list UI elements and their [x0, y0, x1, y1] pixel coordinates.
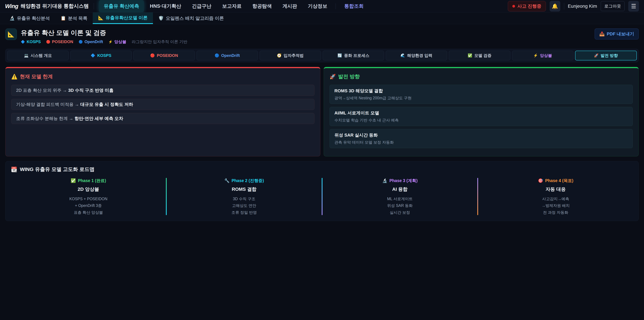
laptop-icon: 💻: [24, 53, 28, 58]
bell-icon: 🔔: [552, 3, 558, 9]
phase-detail: →방제자원 배치: [478, 202, 633, 209]
wing-logo-icon: Wing: [5, 3, 18, 10]
section-tab-label: POSEIDON: [157, 53, 178, 58]
blue-circle-icon: 🔵: [215, 53, 219, 58]
menu-item-board[interactable]: 게시판: [278, 0, 302, 12]
future-item-title: ROMS 3D 해양모델 결합: [334, 88, 628, 94]
microscope-icon: 🔬: [10, 16, 15, 21]
phase-label-row: 🔬 Phase 3 (계획): [382, 178, 418, 183]
nav-right-divider: [564, 3, 564, 10]
shield-icon: 🛡️: [158, 16, 164, 21]
blue-circle-icon: 🔵: [79, 40, 83, 44]
nav-divider: [94, 3, 94, 10]
pdf-export-button[interactable]: 📥 PDF 내보내기: [595, 29, 639, 40]
triangle-ruler-icon: 📐: [8, 31, 14, 38]
red-circle-icon: 🔴: [46, 40, 50, 44]
phase-detail: KOSPS + POSEIDON: [11, 195, 166, 202]
current-limitations-panel: ⚠️ 현재 모델 한계 2D 표층 확산 모의 위주 → 3D 수직 구조 반영…: [5, 67, 320, 156]
future-item-desc: 관측 유막 데이터 모델 보정 자동화: [334, 140, 628, 145]
phase-label: Phase 1 (완료): [78, 178, 106, 183]
phase-label: Phase 2 (진행중): [232, 178, 264, 183]
section-tab-future-direction[interactable]: 🚀 발전 방향: [575, 51, 637, 60]
phase-name: 2D 앙상블: [11, 186, 166, 192]
target-icon: 🎯: [538, 178, 543, 183]
badge-ensemble: ⚡ 앙상블: [108, 39, 126, 45]
menu-item-oil-spill-prediction[interactable]: 유출유 확산예측: [99, 0, 144, 12]
section-tab-weathering-process[interactable]: 🔄 풍화 프로세스: [323, 51, 384, 60]
tab-label: 유출유확산모델 이론: [106, 15, 148, 21]
menu-item-hns-dispersion[interactable]: HNS·대기확산: [145, 0, 186, 12]
tab-label: 분석 목록: [68, 15, 88, 21]
calendar-icon: 📆: [11, 166, 17, 172]
logout-button[interactable]: 로그아웃: [601, 1, 624, 11]
section-tab-ocean-env-input[interactable]: 🌊 해양환경 입력: [386, 51, 447, 60]
menu-item-integrated-search[interactable]: 통합조회: [340, 0, 368, 12]
menu-item-emergency-rescue[interactable]: 긴급구난: [187, 0, 216, 12]
roadmap-phase-2: 🔧 Phase 2 (진행중) ROMS 결합 3D 수직 구조 고해상도 연안…: [167, 177, 322, 216]
phase-label: Phase 4 (목표): [545, 178, 574, 183]
section-tab-label: 발전 방향: [600, 53, 618, 58]
hamburger-icon: ☰: [631, 3, 636, 10]
limitation-item: 조류 조화상수 분해능 한계 → 항만·연안 세부 예측 오차: [11, 113, 314, 124]
section-tab-label: 앙상블: [540, 53, 552, 58]
future-item-desc: 광역→상세역 Nesting 200m급 고해상도 구현: [334, 96, 628, 101]
limitations-title-row: ⚠️ 현재 모델 한계: [11, 73, 314, 80]
panel-row: ⚠️ 현재 모델 한계 2D 표층 확산 모의 위주 → 3D 수직 구조 반영…: [5, 67, 639, 156]
roadmap-title: WING 유출유 모델 고도화 로드맵: [20, 166, 94, 173]
page-title-group: 유출유 확산 모델 이론 및 검증 🔷 KOSPS 🔴 POSEIDON 🔵 O…: [21, 29, 187, 45]
future-title-row: 🚀 발전 방향: [330, 73, 633, 80]
section-tab-ensemble[interactable]: ⚡ 앙상블: [512, 51, 574, 60]
menu-item-weather-info[interactable]: 기상정보: [303, 0, 332, 12]
roadmap-phase-4: 🎯 Phase 4 (목표) 자동 대응 사고감지→예측 →방제자원 배치 전 …: [478, 177, 633, 216]
section-tab-kosps[interactable]: 🔷 KOSPS: [70, 51, 132, 60]
tab-spill-analysis[interactable]: 🔬 유출유 확산분석: [4, 13, 55, 24]
tab-oil-fence-algorithm[interactable]: 🛡️ 오일펜스 배치 알고리즘 이론: [153, 13, 229, 24]
future-item-title: 위성 SAR 실시간 동화: [334, 132, 628, 138]
hamburger-menu-button[interactable]: ☰: [628, 1, 639, 12]
tab-spill-model-theory[interactable]: 📐 유출유확산모델 이론: [93, 13, 153, 24]
tab-analysis-list[interactable]: 📋 분석 목록: [55, 13, 93, 24]
rocket-icon: 🚀: [594, 53, 598, 58]
menu-item-aerial-search[interactable]: 항공탐색: [248, 0, 276, 12]
main-content: 📐 유출유 확산 모델 이론 및 검증 🔷 KOSPS 🔴 POSEIDON 🔵…: [0, 24, 644, 221]
future-item: AI/ML 서로게이트 모델 수치모델 학습 기반 수초 내 근사 예측: [330, 107, 633, 126]
section-tab-label: 풍화 프로세스: [344, 53, 370, 58]
section-tab-label: KOSPS: [97, 53, 111, 58]
menu-separator: [336, 3, 336, 9]
limitations-title: 현재 모델 한계: [20, 73, 53, 80]
section-tab-system-overview[interactable]: 💻 시스템 개요: [7, 51, 68, 60]
badge-opendrift: 🔵 OpenDrift: [79, 40, 103, 44]
rocket-icon: 🚀: [330, 74, 336, 80]
user-name: Eunjeong Kim: [568, 4, 597, 9]
section-tab-label: 해양환경 입력: [407, 53, 432, 58]
future-item: ROMS 3D 해양모델 결합 광역→상세역 Nesting 200m급 고해상…: [330, 85, 633, 104]
page-header: 📐 유출유 확산 모델 이론 및 검증 🔷 KOSPS 🔴 POSEIDON 🔵…: [5, 29, 639, 45]
compass-icon: 🧭: [277, 53, 282, 58]
phase-detail: 위성 SAR 동화: [322, 202, 478, 209]
future-item-desc: 수치모델 학습 기반 수초 내 근사 예측: [334, 118, 628, 123]
badge-label: POSEIDON: [52, 40, 73, 44]
phase-name: ROMS 결합: [167, 186, 322, 192]
phase-detail: 사고감지→예측: [478, 195, 633, 202]
section-tab-poseidon[interactable]: 🔴 POSEIDON: [133, 51, 195, 60]
page-title: 유출유 확산 모델 이론 및 검증: [21, 29, 187, 37]
section-tab-opendrift[interactable]: 🔵 OpenDrift: [196, 51, 258, 60]
phase-name: 자동 대응: [478, 186, 633, 192]
navbar-right: 사고 진행중 🔔 Eunjeong Kim 로그아웃 ☰: [508, 1, 639, 12]
top-navbar: Wing 해양환경 위기대응 통합시스템 유출유 확산예측 HNS·대기확산 긴…: [0, 0, 644, 13]
section-tab-particle-tracking[interactable]: 🧭 입자추적법: [260, 51, 321, 60]
main-menu: 유출유 확산예측 HNS·대기확산 긴급구난 보고자료 항공탐색 게시판 기상정…: [99, 0, 368, 12]
blue-diamond-icon: 🔷: [91, 53, 95, 58]
section-tab-model-validation[interactable]: ✅ 모델 검증: [449, 51, 510, 60]
limitation-text: 조류 조화상수 분해능 한계 → 항만·연안 세부 예측 오차: [16, 116, 123, 122]
incident-status-badge[interactable]: 사고 진행중: [508, 1, 546, 12]
badge-label: OpenDrift: [84, 40, 103, 44]
notification-button[interactable]: 🔔: [550, 1, 560, 12]
cycle-arrows-icon: 🔄: [338, 53, 342, 58]
tab-label: 오일펜스 배치 알고리즘 이론: [166, 15, 224, 21]
section-tab-label: 시스템 개요: [30, 53, 52, 58]
menu-item-reports[interactable]: 보고자료: [217, 0, 246, 12]
blue-diamond-icon: 🔷: [21, 40, 25, 44]
future-item: 위성 SAR 실시간 동화 관측 유막 데이터 모델 보정 자동화: [330, 129, 633, 148]
warning-icon: ⚠️: [11, 74, 18, 80]
